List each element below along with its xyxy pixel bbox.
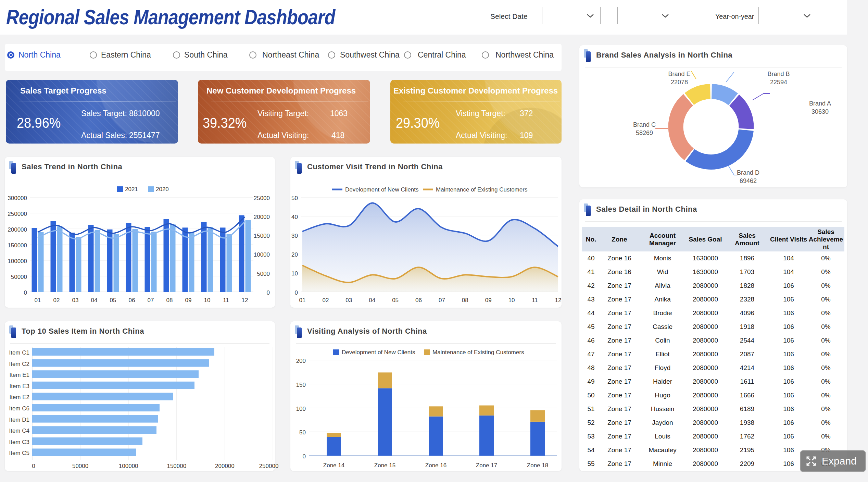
- svg-text:04: 04: [369, 297, 375, 304]
- svg-text:03: 03: [345, 297, 352, 304]
- svg-text:0: 0: [24, 289, 27, 296]
- svg-text:200000: 200000: [8, 226, 27, 233]
- svg-text:22594: 22594: [770, 79, 787, 86]
- svg-text:05: 05: [392, 297, 399, 304]
- svg-text:10000: 10000: [254, 251, 270, 258]
- svg-text:100: 100: [296, 406, 306, 412]
- svg-text:09: 09: [485, 297, 492, 304]
- svg-text:Brand C: Brand C: [633, 121, 656, 128]
- svg-text:08: 08: [166, 297, 173, 304]
- svg-text:50000: 50000: [11, 274, 27, 280]
- svg-text:Item C2: Item C2: [9, 361, 29, 367]
- svg-text:50: 50: [299, 429, 306, 436]
- svg-text:250000: 250000: [8, 211, 27, 217]
- svg-text:09: 09: [185, 297, 192, 304]
- svg-text:Zone 15: Zone 15: [374, 462, 395, 469]
- svg-text:08: 08: [462, 297, 468, 304]
- svg-text:20000: 20000: [254, 214, 270, 220]
- svg-text:0: 0: [295, 289, 298, 296]
- svg-text:200000: 200000: [215, 463, 235, 469]
- svg-text:Brand D: Brand D: [737, 169, 759, 176]
- svg-text:50000: 50000: [72, 463, 88, 469]
- svg-text:12: 12: [242, 297, 248, 304]
- svg-text:250000: 250000: [259, 463, 279, 469]
- svg-text:58269: 58269: [636, 129, 653, 136]
- svg-text:Item E1: Item E1: [9, 372, 29, 378]
- svg-text:Development of New Clients: Development of New Clients: [342, 349, 415, 356]
- svg-text:07: 07: [148, 297, 154, 304]
- svg-text:03: 03: [72, 297, 79, 304]
- svg-text:06: 06: [129, 297, 135, 304]
- svg-text:Item C5: Item C5: [9, 450, 29, 456]
- svg-text:05: 05: [110, 297, 116, 304]
- svg-text:100000: 100000: [8, 258, 27, 264]
- svg-text:Brand B: Brand B: [767, 71, 790, 77]
- svg-text:Maintenance of Existing Custom: Maintenance of Existing Customers: [432, 349, 524, 356]
- svg-text:300000: 300000: [8, 195, 27, 201]
- svg-text:150000: 150000: [8, 242, 27, 249]
- svg-text:06: 06: [415, 297, 422, 304]
- svg-text:Item C6: Item C6: [9, 405, 29, 412]
- svg-text:Zone 14: Zone 14: [323, 462, 344, 469]
- svg-text:01: 01: [35, 297, 41, 304]
- svg-text:Item C1: Item C1: [9, 349, 29, 356]
- svg-text:Development of New Clients: Development of New Clients: [345, 186, 418, 193]
- svg-text:5000: 5000: [257, 271, 270, 277]
- svg-text:15000: 15000: [254, 233, 270, 239]
- svg-text:Zone 17: Zone 17: [476, 462, 497, 469]
- svg-text:10: 10: [291, 270, 298, 277]
- svg-text:Zone 18: Zone 18: [527, 462, 548, 469]
- svg-text:Brand E: Brand E: [668, 71, 690, 77]
- svg-text:50: 50: [291, 195, 298, 201]
- svg-text:Maintenance of Existing Custom: Maintenance of Existing Customers: [436, 186, 527, 193]
- svg-text:01: 01: [299, 297, 306, 304]
- svg-text:150000: 150000: [167, 463, 186, 469]
- svg-text:30630: 30630: [812, 108, 829, 115]
- svg-text:25000: 25000: [254, 195, 270, 201]
- svg-text:2020: 2020: [156, 186, 169, 193]
- svg-text:100000: 100000: [119, 463, 138, 469]
- svg-text:Item E2: Item E2: [9, 394, 29, 400]
- svg-text:10: 10: [204, 297, 211, 304]
- svg-text:22078: 22078: [671, 79, 688, 86]
- svg-text:10: 10: [508, 297, 515, 304]
- svg-text:150: 150: [296, 382, 306, 388]
- svg-text:0: 0: [303, 453, 306, 460]
- svg-text:20: 20: [291, 251, 298, 258]
- svg-text:04: 04: [91, 297, 98, 304]
- svg-text:Zone 16: Zone 16: [425, 462, 446, 469]
- svg-text:Brand A: Brand A: [809, 100, 831, 107]
- svg-text:02: 02: [53, 297, 60, 304]
- svg-text:Item C3: Item C3: [9, 439, 29, 445]
- svg-text:02: 02: [322, 297, 329, 304]
- svg-text:11: 11: [223, 297, 229, 304]
- svg-text:11: 11: [532, 297, 538, 304]
- svg-text:12: 12: [555, 297, 561, 304]
- svg-text:69462: 69462: [740, 177, 757, 184]
- svg-text:200: 200: [296, 358, 306, 364]
- svg-text:0: 0: [267, 289, 270, 296]
- svg-text:30: 30: [291, 233, 298, 239]
- svg-text:2021: 2021: [125, 186, 138, 193]
- svg-text:Item E3: Item E3: [9, 383, 29, 390]
- svg-text:07: 07: [439, 297, 445, 304]
- svg-text:0: 0: [32, 463, 35, 469]
- svg-text:40: 40: [291, 214, 298, 220]
- svg-text:Item D1: Item D1: [9, 417, 29, 423]
- svg-text:Item C4: Item C4: [9, 428, 29, 434]
